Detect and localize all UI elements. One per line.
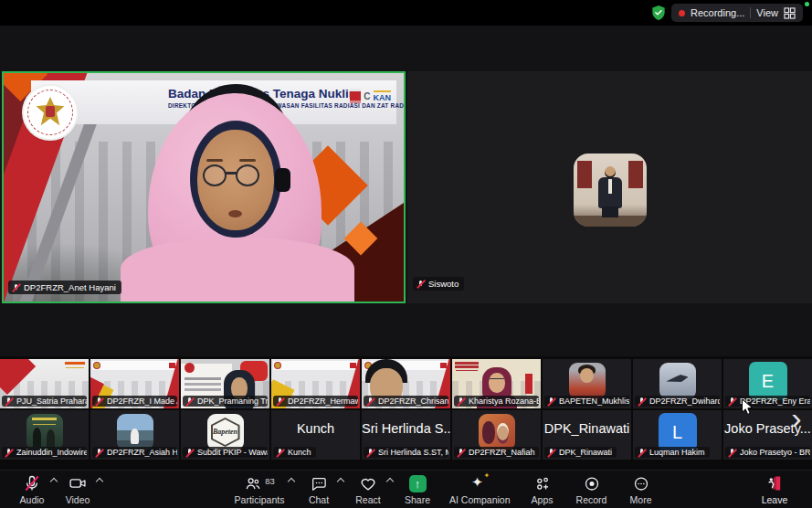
recording-indicator[interactable]: Recording... View xyxy=(671,4,803,22)
avatar-badge: Bapeten xyxy=(207,414,244,450)
tile-chrisantus[interactable]: DP2FRZR_Chrisantus... xyxy=(362,359,450,408)
mic-muted-icon xyxy=(638,397,646,406)
tile-luqman-hakim[interactable]: L Luqman Hakim xyxy=(633,410,722,460)
decor xyxy=(65,362,85,365)
decor xyxy=(577,161,592,188)
apps-button[interactable]: Apps xyxy=(520,472,565,507)
chevron-up-icon[interactable] xyxy=(337,477,344,484)
name-tag-anet-hayani: DP2FRZR_Anet Hayani xyxy=(8,280,121,294)
speaker-person xyxy=(4,73,404,302)
glasses-decor xyxy=(203,164,227,186)
tile-satria-prahara[interactable]: PJU_Satria Prahara xyxy=(0,359,89,408)
glasses-decor xyxy=(236,164,259,186)
mic-muted-icon xyxy=(366,397,374,406)
decor xyxy=(185,363,195,373)
security-shield-icon[interactable] xyxy=(651,5,666,21)
tile-pramaning[interactable]: DPK_Pramaning Tri H... xyxy=(181,359,269,408)
cursor-icon xyxy=(741,398,754,416)
decor xyxy=(490,378,504,382)
participant-name: DP2FRZR_Dwihardjo... xyxy=(649,397,720,406)
tile-mukhlisin[interactable]: BAPETEN_Mukhlisin xyxy=(543,359,631,408)
mic-muted-icon xyxy=(728,448,736,457)
chevron-right-icon[interactable]: › xyxy=(785,402,808,433)
camera-icon xyxy=(68,475,88,492)
tile-dwihardjo[interactable]: DP2FRZR_Dwihardjo... xyxy=(633,359,722,408)
mic-muted-icon xyxy=(547,448,555,457)
decor xyxy=(185,377,221,380)
share-button[interactable]: ↑ Share xyxy=(395,472,440,507)
participant-name: Kunch xyxy=(288,448,311,457)
decor xyxy=(602,206,618,217)
mic-muted-icon xyxy=(728,397,736,406)
decor xyxy=(228,210,242,217)
participant-name: DPK_Pramaning Tri H... xyxy=(197,397,268,406)
tile-sri-herlinda[interactable]: Sri Herlinda S... Sri Herlinda S.ST, M.S… xyxy=(362,410,450,460)
tile-eny-erawati[interactable]: E DP2FRZR_Eny Erawati xyxy=(723,359,812,408)
tile-kunch[interactable]: Kunch Kunch xyxy=(271,410,360,460)
tile-nafiah[interactable]: DP2FRZR_Nafiah xyxy=(452,410,541,460)
apps-icon xyxy=(533,475,552,492)
video-button[interactable]: Video xyxy=(55,472,100,507)
avatar-photo xyxy=(117,414,153,450)
react-button[interactable]: React xyxy=(345,472,391,507)
mic-muted-icon xyxy=(276,448,284,457)
share-icon: ↑ xyxy=(409,475,427,492)
participant-name: DP2FRZR_Nafiah xyxy=(469,448,535,457)
participant-name: PJU_Satria Prahara xyxy=(16,397,87,406)
mic-muted-icon xyxy=(5,448,13,457)
avatar-photo xyxy=(569,363,606,399)
decor xyxy=(489,373,505,393)
more-button[interactable]: More xyxy=(618,472,664,507)
mic-muted-icon xyxy=(12,283,20,292)
display-name: Sri Herlinda S... xyxy=(362,421,450,436)
participant-name: DP2FRZR_Anet Hayani xyxy=(24,282,116,292)
participants-icon xyxy=(244,475,262,492)
participant-name: Luqman Hakim xyxy=(649,448,705,457)
gallery-row-2: Zainuddin_Indowire DP2FRZR_Asiah Has... … xyxy=(0,410,812,460)
tile-asiah[interactable]: DP2FRZR_Asiah Has... xyxy=(90,410,179,460)
record-icon xyxy=(583,475,601,492)
mic-muted-icon xyxy=(547,397,555,406)
ai-companion-button[interactable]: AI Companion xyxy=(444,472,516,507)
decor-corner xyxy=(0,359,36,395)
audio-button[interactable]: Audio xyxy=(9,472,55,507)
video-tile-siswoto[interactable]: Siswoto xyxy=(407,71,812,303)
participant-name: Siswoto xyxy=(428,279,459,289)
decor xyxy=(598,177,622,208)
leave-button[interactable]: Leave xyxy=(752,472,797,507)
gallery-row-1: PJU_Satria Prahara DP2FRZR_I Made Ard...… xyxy=(0,359,812,408)
tile-zainuddin[interactable]: Zainuddin_Indowire xyxy=(0,410,89,460)
decor xyxy=(206,159,223,162)
tile-subdit-pkip[interactable]: Bapeten Subdit PKIP - Wawan... xyxy=(181,410,269,460)
participant-name: Sri Herlinda S.ST, M.Si xyxy=(378,448,448,457)
chevron-up-icon[interactable] xyxy=(386,477,394,484)
video-tile-anet-hayani[interactable]: Badan Pengawas Tenaga Nuklir DIREKTORAT … xyxy=(2,71,406,303)
tile-i-made[interactable]: DP2FRZR_I Made Ard... xyxy=(90,359,179,408)
tile-kharistya[interactable]: Kharistya Rozana-BRIN xyxy=(452,359,541,408)
chat-button[interactable]: Chat xyxy=(296,472,342,507)
participants-button[interactable]: 83 Participants xyxy=(227,472,292,507)
view-button-label[interactable]: View xyxy=(756,7,778,18)
more-icon xyxy=(632,475,650,492)
decor xyxy=(628,161,643,188)
headphone-earcup-decor xyxy=(275,168,290,192)
tile-rinawati[interactable]: DPK_Rinawati DPK_Rinawati xyxy=(543,410,631,460)
decor xyxy=(273,361,358,370)
participant-name: Kharistya Rozana-BRIN xyxy=(469,397,539,406)
decor xyxy=(92,361,177,370)
mic-muted-icon xyxy=(23,475,41,492)
zoom-meeting-window: Recording... View Badan Pengawas xyxy=(0,0,812,508)
record-button[interactable]: Record xyxy=(569,472,615,507)
grid-view-icon[interactable] xyxy=(784,7,796,19)
decor xyxy=(121,238,354,303)
chevron-up-icon[interactable] xyxy=(288,477,295,484)
display-name: DPK_Rinawati xyxy=(543,421,631,436)
divider xyxy=(750,7,751,18)
participant-name: BAPETEN_Mukhlisin xyxy=(559,397,629,406)
tile-hermawan[interactable]: DP2FRZR_Hermawan... xyxy=(271,359,360,408)
leave-door-icon xyxy=(765,475,785,492)
top-bar: Recording... View xyxy=(0,0,812,26)
chevron-up-icon[interactable] xyxy=(96,477,103,484)
ai-companion-sparkle-icon xyxy=(470,475,489,492)
avatar-photo xyxy=(659,363,696,399)
